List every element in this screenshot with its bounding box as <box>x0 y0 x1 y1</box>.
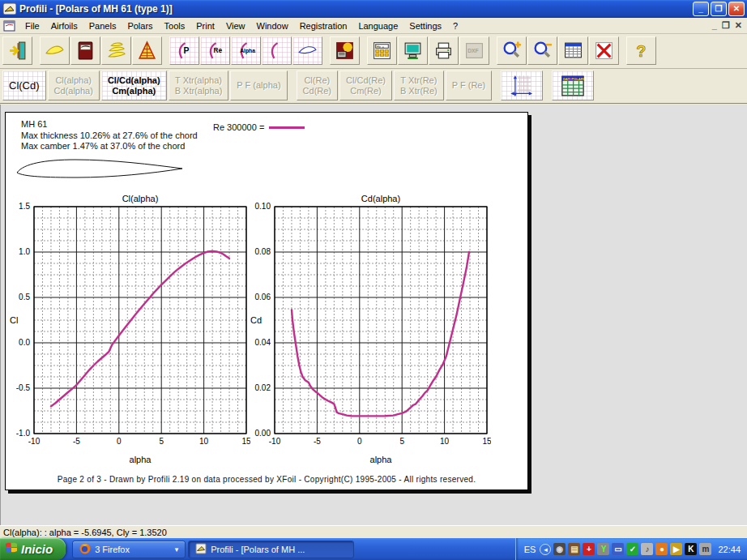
svg-text:Alpha: Alpha <box>240 48 255 54</box>
mdi-minimize-button[interactable]: _ <box>712 20 717 31</box>
minimize-button[interactable]: _ <box>693 2 709 16</box>
menu-item-file[interactable]: File <box>19 19 45 32</box>
delete-polar-button[interactable] <box>589 36 619 65</box>
status-text: Cl(alpha): : alpha = -5.6945, Cly = 1.35… <box>3 528 167 537</box>
collapse-tray-icon[interactable]: ◂ <box>540 544 551 555</box>
antivirus-shield-icon[interactable]: + <box>583 543 595 555</box>
polar-curve-button[interactable] <box>262 36 292 65</box>
taskbar-item-profili[interactable]: Profili - [Polars of MH ... <box>188 541 354 558</box>
dxf-export-button[interactable]: DXF <box>459 36 489 65</box>
svg-text:0.04: 0.04 <box>255 338 271 347</box>
exit-button[interactable] <box>2 36 32 65</box>
main-toolbar: PReAlphaHe =DXF? <box>0 34 747 69</box>
tab-xtr-alpha[interactable]: T Xtr(alpha)B Xtr(alpha) <box>169 71 229 100</box>
tab-cl-cd[interactable]: Cl(Cd) <box>2 71 46 100</box>
mdi-child-icon[interactable] <box>3 20 16 32</box>
airfoil-management-button[interactable] <box>40 36 70 65</box>
mdi-restore-button[interactable]: ❐ <box>722 20 730 31</box>
printer-tray-icon[interactable]: ▭ <box>612 543 624 555</box>
svg-text:0.10: 0.10 <box>255 202 271 211</box>
svg-text:Cl(alpha): Cl(alpha) <box>122 194 159 203</box>
mdi-close-button[interactable]: ✕ <box>735 20 742 31</box>
svg-text:DXF: DXF <box>467 48 479 53</box>
zoom-in-button[interactable] <box>497 36 527 65</box>
taskbar-clock[interactable]: 22:44 <box>714 545 741 554</box>
polar-p-icon: P <box>174 41 194 61</box>
airfoil-profile-drawing <box>14 155 188 184</box>
dxf-icon: DXF <box>464 41 484 61</box>
tab-clcd-re-cm-re[interactable]: Cl/Cd(Re)Cm(Re) <box>339 71 392 100</box>
language-indicator[interactable]: ES <box>524 545 538 554</box>
screen-view-button[interactable] <box>398 36 428 65</box>
menu-item-registration[interactable]: Registration <box>294 19 353 32</box>
menu-item-airfoils[interactable]: Airfoils <box>45 19 83 32</box>
scanner-tray-icon[interactable]: ▤ <box>568 543 580 555</box>
zoom-out-button[interactable] <box>527 36 557 65</box>
restore-button[interactable]: ❐ <box>711 2 727 16</box>
tab-cl-re-cd-re[interactable]: Cl(Re)Cd(Re) <box>297 71 338 100</box>
camera-tray-icon[interactable]: ◉ <box>553 543 566 555</box>
tab-xtr-re[interactable]: T Xtr(Re)B Xtr(Re) <box>394 71 444 100</box>
calculator-icon: He = <box>372 41 392 61</box>
polar-table-button[interactable] <box>558 36 588 65</box>
svg-text:0.00: 0.00 <box>255 429 271 438</box>
updates-icon[interactable]: ● <box>655 543 668 555</box>
polar-page: MH 61 Max thickness 10.26% at 27.6% of t… <box>5 112 528 490</box>
taskbar-tasks: 3 Firefox ▾ Profili - [Polars of MH ... <box>66 538 515 560</box>
menu-item-polars[interactable]: Polars <box>122 19 158 32</box>
volume-icon[interactable]: ♪ <box>641 543 653 555</box>
help-button[interactable]: ? <box>626 36 656 65</box>
kaspersky-icon[interactable]: K <box>685 543 697 555</box>
svg-text:0.08: 0.08 <box>255 247 271 256</box>
cl-alpha-chart[interactable]: -10-50510151.51.00.50.0-0.5-1.0Cl(alpha)… <box>6 194 250 469</box>
close-button[interactable]: ✕ <box>728 2 745 16</box>
chart-scale-button[interactable] <box>501 71 543 100</box>
system-tray: ES ◂ ◉▤+Y▭✓♪●▶Km 22:44 <box>515 538 747 560</box>
airfoil-archive-button[interactable] <box>70 36 100 65</box>
polar-alpha-button[interactable]: Alpha <box>231 36 261 65</box>
tab-pf-alpha[interactable]: P F (alpha) <box>230 71 287 100</box>
help-icon: ? <box>631 41 651 61</box>
exit-icon <box>7 41 28 61</box>
status-bar: Cl(alpha): : alpha = -5.6945, Cly = 1.35… <box>0 525 747 538</box>
windows-logo-icon <box>6 542 17 556</box>
menu-item-window[interactable]: Window <box>251 19 294 32</box>
page-footer: Page 2 of 3 - Drawn by Profili 2.19 on d… <box>6 475 527 484</box>
cd-alpha-chart[interactable]: -10-50510150.100.080.060.040.020.00Cd(al… <box>246 194 491 469</box>
print-manager-button[interactable] <box>330 36 360 65</box>
airfoil-analysis-button[interactable] <box>292 36 322 65</box>
polar-re-button[interactable]: Re <box>200 36 230 65</box>
menu-item-settings[interactable]: Settings <box>403 19 447 32</box>
svg-text:0.06: 0.06 <box>255 293 271 301</box>
airfoil-stack-button[interactable] <box>101 36 131 65</box>
svg-text:alpha: alpha <box>370 455 393 464</box>
zoom-out-icon <box>532 41 553 61</box>
wing-panels-button[interactable] <box>132 36 162 65</box>
svg-text:15: 15 <box>482 437 491 446</box>
security-ok-icon[interactable]: ✓ <box>626 543 638 555</box>
legend-line-swatch <box>269 126 305 129</box>
polar-p-button[interactable]: P <box>169 36 199 65</box>
menu-item-view[interactable]: View <box>220 19 251 32</box>
media-icon[interactable]: ▶ <box>670 543 682 555</box>
taskbar-item-firefox[interactable]: 3 Firefox ▾ <box>72 541 186 558</box>
tab-pf-re[interactable]: P F (Re) <box>446 71 492 100</box>
menu-item-print[interactable]: Print <box>190 19 220 32</box>
table-icon <box>563 41 583 61</box>
menu-item-language[interactable]: Language <box>352 19 403 32</box>
polar-alpha-icon: Alpha <box>236 41 256 61</box>
reynolds-calculator-button[interactable]: He = <box>367 36 397 65</box>
tab-clcd-alpha-cm-alpha[interactable]: Cl/Cd(alpha)Cm(alpha) <box>101 71 167 100</box>
menu-bar: FileAirfoilsPanelsPolarsToolsPrintViewWi… <box>0 18 747 34</box>
svg-text:Cd(alpha): Cd(alpha) <box>361 194 400 203</box>
thickness-info: Max thickness 10.26% at 27.6% of the cho… <box>21 130 198 141</box>
menu-item-panels[interactable]: Panels <box>83 19 122 32</box>
polar-data-table-button[interactable]: DATI POLARI <box>552 71 594 100</box>
start-button[interactable]: Inicio <box>0 538 66 560</box>
menu-item-help[interactable]: ? <box>447 19 463 32</box>
mouse-settings-icon[interactable]: m <box>699 543 711 555</box>
tab-cl-alpha-cd-alpha[interactable]: Cl(alpha)Cd(alpha) <box>48 71 100 100</box>
wireless-signal-icon[interactable]: Y <box>597 543 609 555</box>
print-button[interactable] <box>429 36 459 65</box>
menu-item-tools[interactable]: Tools <box>159 19 191 32</box>
